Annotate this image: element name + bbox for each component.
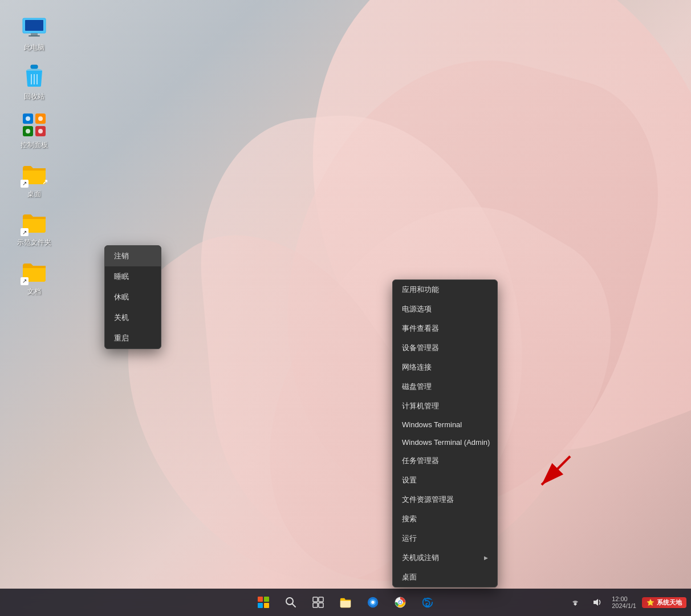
taskbar-search-button[interactable] [278,590,303,615]
folder-docs-icon: ↗ [21,258,48,285]
svg-line-21 [292,604,295,607]
menu-item-apps[interactable]: 应用和功能 [393,280,497,299]
recycle-bin-icon [21,63,48,90]
brand-label: ⭐ [647,599,655,606]
folder-desktop-icon: ↗ ↗ [21,160,48,188]
submenu-item-restart[interactable]: 重启 [105,328,161,348]
tray-network-icon[interactable] [566,593,584,611]
menu-item-search[interactable]: 搜索 [393,509,497,529]
shortcut-arrow-2: ↗ [21,228,29,236]
folder-sample-icon: ↗ [21,209,48,236]
menu-item-event-viewer[interactable]: 事件查看器 [393,319,497,338]
menu-item-windows-terminal-admin[interactable]: Windows Terminal (Admin) [393,433,497,451]
submenu-item-hibernate[interactable]: 休眠 [105,287,161,307]
svg-point-20 [286,598,293,605]
menu-item-network[interactable]: 网络连接 [393,358,497,377]
desktop-icon-folder-desktop[interactable]: ↗ ↗ 桌面 [11,158,57,201]
svg-text:↗: ↗ [42,178,48,186]
this-pc-icon [21,14,48,41]
context-menu: 应用和功能 电源选项 事件查看器 设备管理器 网络连接 磁盘管理 计算机管理 W… [392,279,498,587]
menu-item-run[interactable]: 运行 [393,529,497,548]
menu-item-task-manager[interactable]: 任务管理器 [393,451,497,471]
svg-rect-3 [29,35,40,37]
this-pc-label: 此电脑 [24,43,44,52]
svg-rect-2 [31,33,38,35]
menu-item-settings[interactable]: 设置 [393,471,497,490]
svg-point-16 [38,129,43,133]
submenu-item-shutdown[interactable]: 关机 [105,307,161,328]
shutdown-submenu: 注销 睡眠 休眠 关机 重启 [104,245,161,349]
desktop-icons: 此电脑 回收站 [11,11,57,299]
desktop-icon-this-pc[interactable]: 此电脑 [11,11,57,55]
svg-rect-1 [25,20,43,31]
menu-item-shutdown[interactable]: 关机或注销 [393,548,497,568]
wallpaper [0,0,691,616]
svg-point-28 [371,601,375,604]
desktop-icon-folder-sample[interactable]: ↗ 示范文件夹 [11,206,57,250]
menu-item-computer-management[interactable]: 计算机管理 [393,396,497,416]
svg-point-31 [399,601,402,604]
taskbar-edge-button[interactable] [415,590,440,615]
svg-point-15 [26,129,30,133]
desktop-icon-control-panel[interactable]: 控制面板 [11,109,57,152]
folder-sample-label: 示范文件夹 [17,238,51,248]
menu-item-power[interactable]: 电源选项 [393,299,497,319]
folder-docs-label: 文档 [27,287,41,297]
recycle-bin-label: 回收站 [24,92,44,102]
taskbar-chrome-button[interactable] [388,590,413,615]
tray-volume-icon[interactable] [588,593,606,611]
folder-desktop-label: 桌面 [27,190,41,199]
svg-rect-24 [313,603,318,607]
svg-rect-22 [313,597,318,602]
windows-logo-icon [258,597,269,608]
taskbar-center [251,590,440,615]
submenu-item-sleep[interactable]: 睡眠 [105,266,161,287]
menu-item-desktop[interactable]: 桌面 [393,568,497,587]
menu-item-device-manager[interactable]: 设备管理器 [393,338,497,358]
desktop: 此电脑 回收站 [0,0,691,616]
brand-tag: ⭐ 系统天地 [642,597,686,608]
menu-item-file-explorer[interactable]: 文件资源管理器 [393,490,497,509]
svg-rect-25 [319,603,323,607]
taskbar-taskview-button[interactable] [306,590,331,615]
svg-rect-23 [319,597,323,602]
shortcut-arrow: ↗ [21,180,29,188]
taskbar-browser1-button[interactable] [360,590,385,615]
svg-point-13 [26,116,30,121]
system-clock[interactable]: 12:00 2024/1/1 [609,595,639,609]
desktop-icon-recycle-bin[interactable]: 回收站 [11,60,57,104]
svg-point-14 [38,116,43,121]
submenu-item-signout[interactable]: 注销 [105,246,161,266]
svg-marker-33 [594,599,598,606]
taskbar-right: 12:00 2024/1/1 ⭐ 系统天地 [566,593,686,611]
control-panel-label: 控制面板 [21,141,48,150]
brand-text: 系统天地 [657,598,682,607]
shortcut-arrow-3: ↗ [21,277,29,285]
menu-item-disk-management[interactable]: 磁盘管理 [393,377,497,396]
svg-rect-5 [31,65,38,68]
desktop-icon-folder-docs[interactable]: ↗ 文档 [11,256,57,299]
taskbar: 12:00 2024/1/1 ⭐ 系统天地 [0,589,691,616]
control-panel-icon [21,111,48,139]
menu-item-windows-terminal[interactable]: Windows Terminal [393,416,497,433]
taskbar-explorer-button[interactable] [333,590,358,615]
start-button[interactable] [251,590,276,615]
